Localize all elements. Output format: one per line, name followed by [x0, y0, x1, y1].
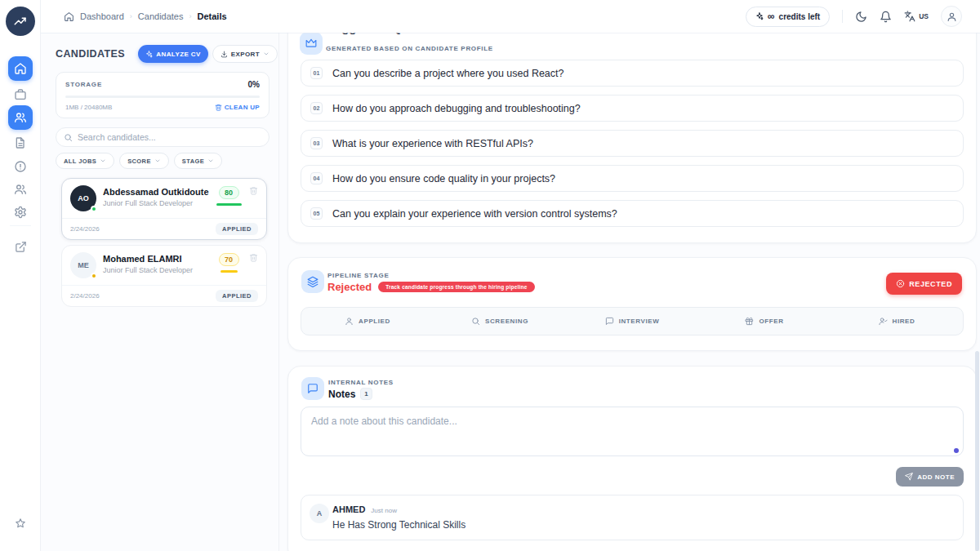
notifications-button[interactable]: [880, 11, 892, 23]
candidate-date: 2/24/2026: [70, 225, 100, 233]
file-icon: [14, 136, 27, 149]
trash-icon: [249, 186, 258, 195]
stage-interview[interactable]: INTERVIEW: [566, 308, 698, 335]
users-icon: [14, 111, 27, 124]
breadcrumb-separator: ›: [130, 12, 132, 20]
crown-icon: [300, 32, 323, 55]
sidebar-item-jobs[interactable]: [8, 82, 33, 107]
note-textarea[interactable]: [301, 407, 964, 456]
sidebar-item-external[interactable]: [8, 234, 33, 259]
stage-hired[interactable]: HIRED: [831, 308, 963, 335]
scrollbar-thumb[interactable]: [975, 351, 979, 551]
pipeline-card: PIPELINE STAGE Rejected Track candidate …: [287, 257, 977, 351]
question-item: 01Can you describe a project where you u…: [301, 60, 964, 87]
panel-divider: [278, 33, 279, 551]
breadcrumb-dashboard[interactable]: Dashboard: [80, 11, 124, 21]
sidebar-item-alerts[interactable]: [8, 154, 33, 179]
score-badge: 80: [219, 186, 239, 199]
sidebar-item-candidates[interactable]: [8, 105, 33, 130]
candidate-card[interactable]: AO Abdessamad Outkidoute Junior Full Sta…: [61, 178, 267, 240]
status-badge: APPLIED: [216, 290, 258, 302]
trash-icon: [215, 104, 222, 111]
delete-candidate-button[interactable]: [246, 185, 258, 195]
sidebar-divider: [10, 225, 31, 226]
sidebar-item-team[interactable]: [8, 177, 33, 202]
topbar-divider: [842, 10, 843, 23]
sidebar-item-settings[interactable]: [8, 200, 33, 224]
gift-icon: [745, 317, 754, 326]
gear-icon: [14, 206, 27, 219]
add-note-button[interactable]: ADD NOTE: [896, 467, 964, 487]
filter-stage[interactable]: STAGE: [174, 153, 222, 169]
candidate-role: Junior Full Stack Developer: [103, 266, 212, 274]
breadcrumb-candidates[interactable]: Candidates: [138, 11, 184, 21]
status-dot: [91, 273, 97, 279]
storage-label: STORAGE: [65, 81, 102, 88]
theme-toggle-button[interactable]: [855, 11, 867, 23]
trash-icon: [249, 253, 258, 262]
cleanup-button[interactable]: CLEAN UP: [215, 104, 260, 111]
avatar: A: [310, 504, 329, 523]
questions-subtitle: GENERATED BASED ON CANDIDATE PROFILE: [326, 45, 493, 52]
panel-title: CANDIDATES: [56, 48, 138, 60]
export-button[interactable]: EXPORT: [212, 45, 278, 63]
candidate-search: [56, 127, 270, 147]
sparkles-icon: [755, 12, 764, 20]
sidebar-item-home[interactable]: [8, 56, 33, 81]
score-badge: 70: [219, 253, 239, 266]
candidate-card[interactable]: ME Mohamed ELAMRI Junior Full Stack Deve…: [61, 245, 267, 307]
avatar: ME: [70, 252, 96, 278]
question-number: 04: [310, 172, 323, 184]
message-icon: [605, 317, 614, 326]
chevron-down-icon: [100, 158, 106, 164]
question-number: 01: [310, 67, 323, 79]
pipeline-current-stage: Rejected: [327, 281, 372, 293]
sidebar-item-favorites[interactable]: [8, 511, 33, 535]
stage-screening[interactable]: SCREENING: [434, 308, 566, 335]
question-text: How do you ensure code quality in your p…: [332, 173, 555, 184]
suggested-questions-card: Suggested Questions GENERATED BASED ON C…: [287, 0, 977, 243]
filter-score[interactable]: SCORE: [119, 153, 169, 169]
question-text: Can you describe a project where you use…: [332, 68, 564, 79]
download-icon: [220, 51, 228, 58]
chevron-down-icon: [207, 158, 214, 164]
breadcrumb-current: Details: [197, 11, 226, 21]
filter-all-jobs[interactable]: ALL JOBS: [56, 153, 114, 169]
chevron-down-icon: [263, 51, 270, 57]
breadcrumb-separator: ›: [189, 12, 191, 20]
note-text: He Has Strong Technical Skills: [332, 519, 466, 531]
star-icon: [15, 518, 26, 529]
app-logo: [6, 7, 35, 36]
delete-candidate-button[interactable]: [246, 252, 258, 262]
search-input[interactable]: [78, 132, 261, 142]
language-code: US: [919, 12, 929, 20]
status-badge: APPLIED: [216, 223, 258, 235]
analyze-cv-button[interactable]: ANALYZE CV: [138, 45, 207, 63]
team-icon: [14, 183, 27, 196]
briefcase-icon: [14, 88, 27, 101]
score-bar: [220, 270, 238, 273]
topbar: Dashboard › Candidates › Details ∞ credi…: [41, 0, 980, 33]
question-text: Can you explain your experience with ver…: [332, 208, 617, 220]
alert-circle-icon: [14, 160, 27, 173]
user-icon: [345, 317, 354, 326]
note-item: A AHMED Just now He Has Strong Technical…: [301, 495, 964, 540]
user-menu-button[interactable]: [941, 6, 962, 27]
stage-applied[interactable]: APPLIED: [301, 308, 434, 335]
rejected-status-button[interactable]: REJECTED: [886, 273, 962, 295]
score-bar: [216, 203, 242, 206]
bell-icon: [880, 11, 892, 23]
pipeline-hint-badge: Track candidate progress through the hir…: [378, 282, 534, 292]
credits-label: credits left: [779, 12, 821, 21]
credits-pill[interactable]: ∞ credits left: [746, 7, 830, 27]
pipeline-label: PIPELINE STAGE: [327, 272, 389, 279]
stage-offer[interactable]: OFFER: [698, 308, 831, 335]
moon-icon: [855, 11, 867, 23]
layers-icon: [301, 270, 324, 293]
language-button[interactable]: US: [904, 11, 929, 22]
storage-progress-bar: [65, 96, 260, 98]
x-circle-icon: [896, 279, 905, 288]
sidebar-item-documents[interactable]: [8, 131, 33, 155]
user-check-icon: [879, 317, 888, 326]
notes-label: INTERNAL NOTES: [328, 379, 394, 386]
